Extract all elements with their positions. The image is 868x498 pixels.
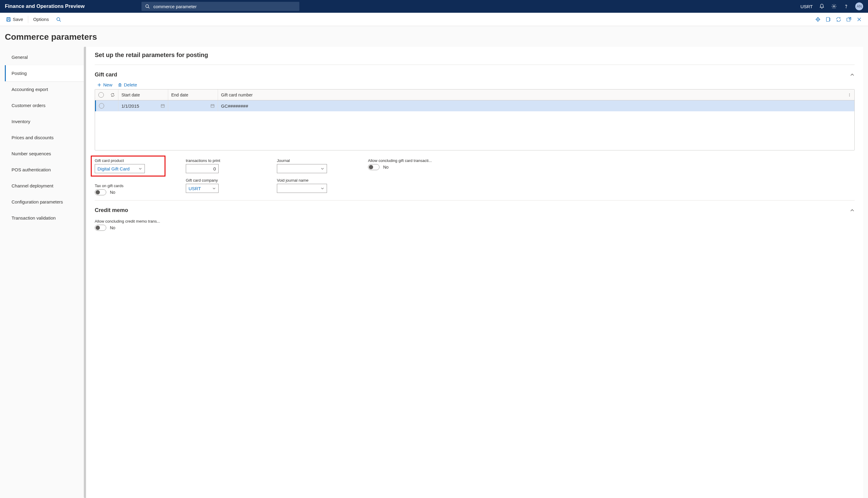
office-icon[interactable]	[826, 17, 831, 22]
content: General Posting Accounting export Custom…	[5, 47, 863, 498]
refresh-icon[interactable]	[836, 17, 841, 22]
svg-rect-23	[211, 105, 214, 108]
journal-combo[interactable]	[277, 164, 327, 173]
save-label: Save	[13, 17, 23, 22]
cell-start-date[interactable]: 1/1/2015	[118, 101, 168, 111]
tab-config-params[interactable]: Configuration parameters	[5, 194, 86, 210]
popout-icon[interactable]	[846, 17, 852, 22]
new-label: New	[103, 82, 112, 87]
gift-card-product-combo[interactable]: Digital Gift Card	[95, 164, 145, 173]
gift-card-company-value: USRT	[189, 186, 212, 191]
tab-inventory[interactable]: Inventory	[5, 114, 86, 130]
tab-prices-discounts[interactable]: Prices and discounts	[5, 130, 86, 146]
void-journal-combo[interactable]	[277, 184, 327, 193]
action-bar: Save Options	[0, 13, 868, 26]
svg-rect-15	[119, 84, 121, 87]
close-icon[interactable]	[856, 17, 862, 22]
calendar-icon[interactable]	[161, 104, 165, 108]
tab-pos-auth[interactable]: POS authentication	[5, 162, 86, 178]
table-row[interactable]: 1/1/2015 GC########	[95, 101, 854, 111]
gift-card-company-combo[interactable]: USRT	[186, 184, 219, 193]
svg-point-7	[57, 17, 60, 21]
svg-point-3	[846, 8, 846, 8]
tab-customer-orders[interactable]: Customer orders	[5, 97, 86, 114]
app-title: Finance and Operations Preview	[5, 3, 141, 9]
gift-card-product-label: Gift card product	[95, 158, 162, 163]
svg-point-17	[849, 95, 850, 95]
col-start-date[interactable]: Start date	[118, 90, 168, 100]
section-title: Set up the retail parameters for posting	[95, 52, 855, 58]
grid-toolbar: New Delete	[95, 82, 855, 89]
cell-end-date[interactable]	[168, 101, 218, 111]
col-end-date[interactable]: End date	[168, 90, 218, 100]
delete-label: Delete	[124, 82, 137, 87]
svg-point-18	[849, 95, 850, 96]
grid-header: Start date End date Gift card number	[95, 90, 854, 101]
col-gift-card-number[interactable]: Gift card number	[218, 90, 845, 100]
allow-concluding-gc-label: Allow concluding gift card transacti...	[368, 158, 434, 163]
bell-icon[interactable]	[819, 3, 825, 9]
grid-more[interactable]	[845, 90, 854, 100]
tab-number-sequences[interactable]: Number sequences	[5, 146, 86, 162]
row-selector[interactable]	[99, 103, 104, 108]
tax-on-gift-cards-toggle[interactable]	[95, 189, 106, 195]
svg-rect-9	[826, 17, 829, 22]
save-button[interactable]: Save	[2, 15, 27, 24]
fasttab-title: Gift card	[95, 71, 117, 78]
cell-gift-card-number[interactable]: GC########	[218, 101, 854, 111]
refresh-column[interactable]	[107, 90, 118, 100]
allow-concluding-cm-toggle[interactable]	[95, 225, 106, 231]
more-icon	[848, 93, 851, 97]
find-button[interactable]	[52, 15, 65, 24]
grid-body: 1/1/2015 GC########	[95, 101, 854, 150]
new-button[interactable]: New	[97, 82, 112, 87]
search-icon	[145, 4, 150, 9]
search-input[interactable]	[153, 4, 296, 9]
tab-accounting-export[interactable]: Accounting export	[5, 81, 86, 97]
gift-card-fields: Gift card product Digital Gift Card Tax …	[95, 157, 855, 200]
calendar-icon[interactable]	[210, 104, 215, 108]
fasttab-title: Credit memo	[95, 207, 128, 213]
page-title: Commerce parameters	[5, 32, 863, 42]
help-icon[interactable]	[843, 3, 849, 9]
avatar[interactable]: AN	[855, 2, 863, 10]
credit-memo-fields: Allow concluding credit memo trans... No	[95, 218, 855, 236]
save-icon	[6, 17, 11, 22]
tab-transaction-validation[interactable]: Transaction validation	[5, 210, 86, 226]
fasttab-gift-card-header[interactable]: Gift card	[95, 70, 855, 82]
transactions-to-print-input[interactable]: 0	[186, 164, 219, 173]
tab-general[interactable]: General	[5, 49, 86, 65]
fasttab-credit-memo-header[interactable]: Credit memo	[95, 205, 855, 218]
svg-rect-19	[161, 105, 165, 108]
app-header: Finance and Operations Preview USRT AN	[0, 0, 868, 13]
delete-button[interactable]: Delete	[118, 82, 137, 87]
svg-point-16	[849, 93, 850, 94]
journal-label: Journal	[277, 158, 344, 163]
gift-card-company-label: Gift card company	[186, 178, 253, 183]
tax-on-gift-cards-value: No	[110, 190, 115, 195]
select-all[interactable]	[95, 90, 107, 100]
gear-icon[interactable]	[831, 3, 837, 9]
chevron-down-icon	[138, 167, 142, 170]
diamond-icon[interactable]	[815, 17, 821, 22]
svg-line-1	[148, 7, 149, 9]
chevron-up-icon	[850, 208, 855, 213]
company-code[interactable]: USRT	[800, 4, 813, 9]
number-value: GC########	[221, 103, 248, 108]
chevron-down-icon	[321, 167, 324, 170]
svg-point-0	[146, 4, 149, 7]
transactions-to-print-value: 0	[214, 166, 216, 171]
main-panel: Set up the retail parameters for posting…	[86, 47, 863, 498]
global-search[interactable]	[141, 2, 299, 11]
void-journal-label: Void journal name	[277, 178, 344, 183]
tab-posting[interactable]: Posting	[5, 65, 86, 81]
search-icon	[56, 17, 61, 22]
tab-channel-deployment[interactable]: Channel deployment	[5, 178, 86, 194]
chevron-down-icon	[321, 186, 324, 190]
trash-icon	[118, 83, 122, 87]
allow-concluding-cm-label: Allow concluding credit memo trans...	[95, 219, 161, 224]
separator	[95, 65, 855, 65]
allow-concluding-gc-toggle[interactable]	[368, 164, 380, 170]
options-button[interactable]: Options	[29, 15, 52, 24]
transactions-to-print-label: transactions to print	[186, 158, 253, 163]
